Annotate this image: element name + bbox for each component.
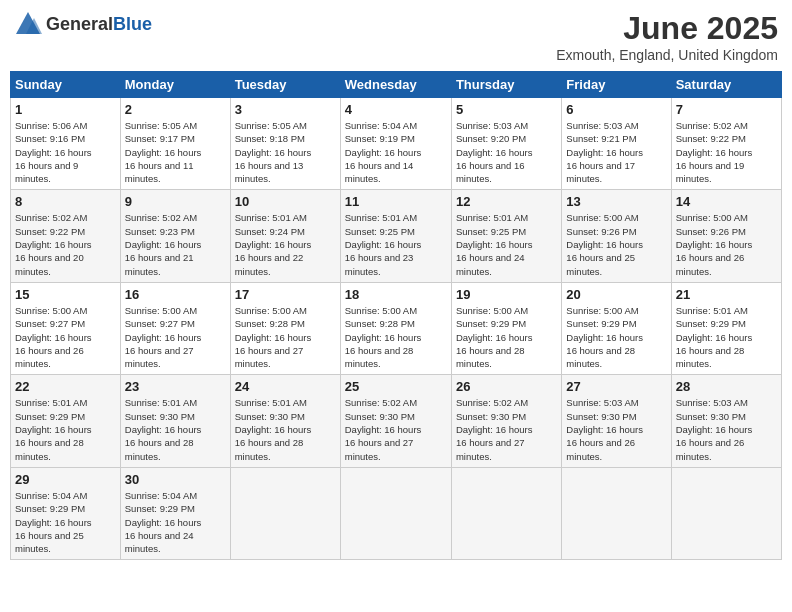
day-info: Sunrise: 5:01 AM Sunset: 9:30 PM Dayligh…	[125, 396, 226, 462]
day-info: Sunrise: 5:04 AM Sunset: 9:29 PM Dayligh…	[125, 489, 226, 555]
day-info: Sunrise: 5:01 AM Sunset: 9:29 PM Dayligh…	[15, 396, 116, 462]
col-monday: Monday	[120, 72, 230, 98]
calendar-table: Sunday Monday Tuesday Wednesday Thursday…	[10, 71, 782, 560]
day-info: Sunrise: 5:02 AM Sunset: 9:22 PM Dayligh…	[676, 119, 777, 185]
day-number: 20	[566, 287, 666, 302]
day-info: Sunrise: 5:03 AM Sunset: 9:21 PM Dayligh…	[566, 119, 666, 185]
col-thursday: Thursday	[451, 72, 561, 98]
table-row: 12 Sunrise: 5:01 AM Sunset: 9:25 PM Dayl…	[451, 190, 561, 282]
table-row: 11 Sunrise: 5:01 AM Sunset: 9:25 PM Dayl…	[340, 190, 451, 282]
table-row: 14 Sunrise: 5:00 AM Sunset: 9:26 PM Dayl…	[671, 190, 781, 282]
day-info: Sunrise: 5:03 AM Sunset: 9:30 PM Dayligh…	[566, 396, 666, 462]
table-row: 4 Sunrise: 5:04 AM Sunset: 9:19 PM Dayli…	[340, 98, 451, 190]
table-row: 26 Sunrise: 5:02 AM Sunset: 9:30 PM Dayl…	[451, 375, 561, 467]
day-number: 4	[345, 102, 447, 117]
table-row: 21 Sunrise: 5:01 AM Sunset: 9:29 PM Dayl…	[671, 282, 781, 374]
col-friday: Friday	[562, 72, 671, 98]
day-info: Sunrise: 5:02 AM Sunset: 9:30 PM Dayligh…	[456, 396, 557, 462]
table-row: 3 Sunrise: 5:05 AM Sunset: 9:18 PM Dayli…	[230, 98, 340, 190]
table-row: 20 Sunrise: 5:00 AM Sunset: 9:29 PM Dayl…	[562, 282, 671, 374]
day-info: Sunrise: 5:03 AM Sunset: 9:20 PM Dayligh…	[456, 119, 557, 185]
table-row	[340, 467, 451, 559]
day-info: Sunrise: 5:00 AM Sunset: 9:27 PM Dayligh…	[15, 304, 116, 370]
table-row: 22 Sunrise: 5:01 AM Sunset: 9:29 PM Dayl…	[11, 375, 121, 467]
day-number: 1	[15, 102, 116, 117]
day-info: Sunrise: 5:04 AM Sunset: 9:29 PM Dayligh…	[15, 489, 116, 555]
location-title: Exmouth, England, United Kingdom	[556, 47, 778, 63]
day-info: Sunrise: 5:02 AM Sunset: 9:30 PM Dayligh…	[345, 396, 447, 462]
table-row: 30 Sunrise: 5:04 AM Sunset: 9:29 PM Dayl…	[120, 467, 230, 559]
day-number: 27	[566, 379, 666, 394]
month-title: June 2025	[556, 10, 778, 47]
calendar-row: 29 Sunrise: 5:04 AM Sunset: 9:29 PM Dayl…	[11, 467, 782, 559]
day-number: 5	[456, 102, 557, 117]
day-info: Sunrise: 5:01 AM Sunset: 9:24 PM Dayligh…	[235, 211, 336, 277]
logo-general-text: General	[46, 14, 113, 34]
day-info: Sunrise: 5:03 AM Sunset: 9:30 PM Dayligh…	[676, 396, 777, 462]
day-info: Sunrise: 5:00 AM Sunset: 9:29 PM Dayligh…	[566, 304, 666, 370]
day-number: 14	[676, 194, 777, 209]
day-number: 18	[345, 287, 447, 302]
col-tuesday: Tuesday	[230, 72, 340, 98]
day-number: 11	[345, 194, 447, 209]
day-number: 17	[235, 287, 336, 302]
table-row: 19 Sunrise: 5:00 AM Sunset: 9:29 PM Dayl…	[451, 282, 561, 374]
table-row: 7 Sunrise: 5:02 AM Sunset: 9:22 PM Dayli…	[671, 98, 781, 190]
day-info: Sunrise: 5:00 AM Sunset: 9:26 PM Dayligh…	[676, 211, 777, 277]
table-row: 13 Sunrise: 5:00 AM Sunset: 9:26 PM Dayl…	[562, 190, 671, 282]
logo-blue-text: Blue	[113, 14, 152, 34]
day-info: Sunrise: 5:05 AM Sunset: 9:17 PM Dayligh…	[125, 119, 226, 185]
day-info: Sunrise: 5:00 AM Sunset: 9:29 PM Dayligh…	[456, 304, 557, 370]
day-number: 23	[125, 379, 226, 394]
calendar-row: 15 Sunrise: 5:00 AM Sunset: 9:27 PM Dayl…	[11, 282, 782, 374]
table-row: 27 Sunrise: 5:03 AM Sunset: 9:30 PM Dayl…	[562, 375, 671, 467]
day-number: 13	[566, 194, 666, 209]
col-saturday: Saturday	[671, 72, 781, 98]
table-row: 17 Sunrise: 5:00 AM Sunset: 9:28 PM Dayl…	[230, 282, 340, 374]
day-number: 8	[15, 194, 116, 209]
title-area: June 2025 Exmouth, England, United Kingd…	[556, 10, 778, 63]
table-row: 28 Sunrise: 5:03 AM Sunset: 9:30 PM Dayl…	[671, 375, 781, 467]
col-sunday: Sunday	[11, 72, 121, 98]
day-info: Sunrise: 5:01 AM Sunset: 9:30 PM Dayligh…	[235, 396, 336, 462]
day-number: 16	[125, 287, 226, 302]
table-row: 10 Sunrise: 5:01 AM Sunset: 9:24 PM Dayl…	[230, 190, 340, 282]
table-row: 15 Sunrise: 5:00 AM Sunset: 9:27 PM Dayl…	[11, 282, 121, 374]
day-number: 9	[125, 194, 226, 209]
day-info: Sunrise: 5:02 AM Sunset: 9:23 PM Dayligh…	[125, 211, 226, 277]
table-row: 5 Sunrise: 5:03 AM Sunset: 9:20 PM Dayli…	[451, 98, 561, 190]
day-number: 29	[15, 472, 116, 487]
day-info: Sunrise: 5:01 AM Sunset: 9:25 PM Dayligh…	[456, 211, 557, 277]
table-row: 24 Sunrise: 5:01 AM Sunset: 9:30 PM Dayl…	[230, 375, 340, 467]
page-header: GeneralBlue June 2025 Exmouth, England, …	[10, 10, 782, 63]
table-row: 9 Sunrise: 5:02 AM Sunset: 9:23 PM Dayli…	[120, 190, 230, 282]
day-info: Sunrise: 5:02 AM Sunset: 9:22 PM Dayligh…	[15, 211, 116, 277]
day-number: 12	[456, 194, 557, 209]
table-row: 16 Sunrise: 5:00 AM Sunset: 9:27 PM Dayl…	[120, 282, 230, 374]
day-info: Sunrise: 5:00 AM Sunset: 9:26 PM Dayligh…	[566, 211, 666, 277]
table-row: 29 Sunrise: 5:04 AM Sunset: 9:29 PM Dayl…	[11, 467, 121, 559]
day-info: Sunrise: 5:00 AM Sunset: 9:28 PM Dayligh…	[235, 304, 336, 370]
table-row: 8 Sunrise: 5:02 AM Sunset: 9:22 PM Dayli…	[11, 190, 121, 282]
table-row: 23 Sunrise: 5:01 AM Sunset: 9:30 PM Dayl…	[120, 375, 230, 467]
table-row	[451, 467, 561, 559]
day-info: Sunrise: 5:04 AM Sunset: 9:19 PM Dayligh…	[345, 119, 447, 185]
day-info: Sunrise: 5:01 AM Sunset: 9:25 PM Dayligh…	[345, 211, 447, 277]
table-row	[562, 467, 671, 559]
calendar-row: 8 Sunrise: 5:02 AM Sunset: 9:22 PM Dayli…	[11, 190, 782, 282]
day-number: 19	[456, 287, 557, 302]
calendar-row: 1 Sunrise: 5:06 AM Sunset: 9:16 PM Dayli…	[11, 98, 782, 190]
logo-icon	[14, 10, 42, 38]
day-number: 21	[676, 287, 777, 302]
day-number: 3	[235, 102, 336, 117]
day-info: Sunrise: 5:00 AM Sunset: 9:28 PM Dayligh…	[345, 304, 447, 370]
day-number: 2	[125, 102, 226, 117]
day-number: 6	[566, 102, 666, 117]
day-info: Sunrise: 5:00 AM Sunset: 9:27 PM Dayligh…	[125, 304, 226, 370]
day-number: 24	[235, 379, 336, 394]
day-number: 26	[456, 379, 557, 394]
day-info: Sunrise: 5:01 AM Sunset: 9:29 PM Dayligh…	[676, 304, 777, 370]
calendar-row: 22 Sunrise: 5:01 AM Sunset: 9:29 PM Dayl…	[11, 375, 782, 467]
table-row	[230, 467, 340, 559]
day-number: 30	[125, 472, 226, 487]
